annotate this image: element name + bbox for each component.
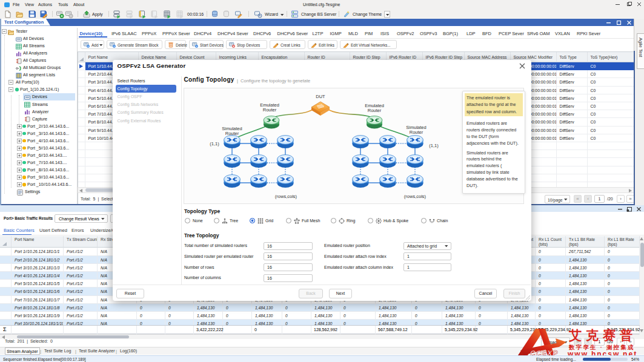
svg-text:Router: Router xyxy=(368,108,382,113)
svg-text:(1,1): (1,1) xyxy=(429,143,439,148)
svg-text:Router: Router xyxy=(263,107,277,113)
svg-text:(rows,cols): (rows,cols) xyxy=(404,194,427,199)
svg-text:Router: Router xyxy=(225,131,239,136)
svg-text:Router: Router xyxy=(410,130,423,135)
svg-text:DUT: DUT xyxy=(316,94,325,99)
svg-text:(rows,cols): (rows,cols) xyxy=(275,194,297,199)
svg-text:(1,1): (1,1) xyxy=(210,141,219,146)
